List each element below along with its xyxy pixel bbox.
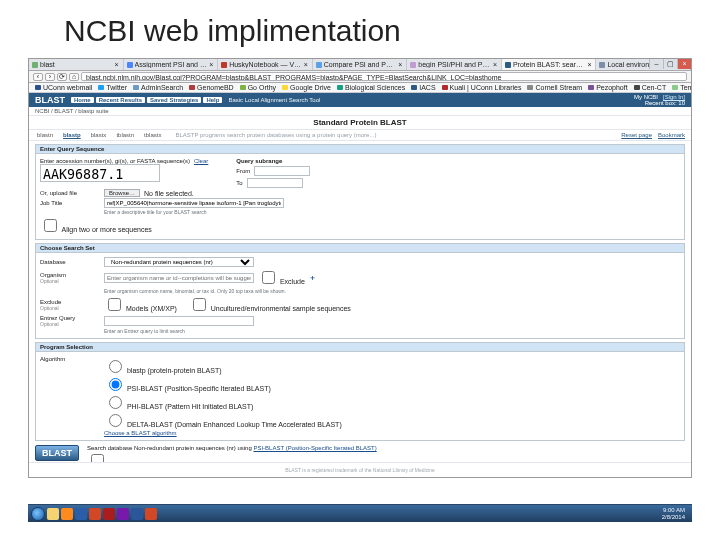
bookmark-item[interactable]: Biological Sciences	[337, 85, 405, 90]
program-tab-blastx[interactable]: blastx	[89, 132, 109, 138]
favicon-icon	[221, 62, 227, 68]
bookmark-item[interactable]: Twitter	[98, 85, 127, 90]
ncbi-nav-item[interactable]: Home	[71, 97, 94, 103]
favicon-icon	[337, 85, 343, 90]
taskbar-app-explorer[interactable]	[47, 508, 59, 520]
ncbi-blast-logo[interactable]: BLAST	[35, 95, 65, 105]
tab-close-icon[interactable]: ×	[209, 61, 214, 68]
bookmark-item[interactable]: Google Drive	[282, 85, 331, 90]
bookmark-item[interactable]: Cen-CT	[634, 85, 667, 90]
browser-window: – ▢ × blast×Assignment PSI and PHI…×Husk…	[28, 58, 692, 478]
ncbi-nav-item[interactable]: Recent Results	[96, 97, 145, 103]
browser-tab[interactable]: Assignment PSI and PHI…×	[124, 59, 219, 70]
favicon-icon	[32, 62, 38, 68]
taskbar-app-outlook[interactable]	[75, 508, 87, 520]
ncbi-nav-item[interactable]: Saved Strategies	[147, 97, 201, 103]
bookmark-link[interactable]: Bookmark	[658, 132, 685, 138]
tab-close-icon[interactable]: ×	[304, 61, 309, 68]
program-tab-tblastn[interactable]: tblastn	[114, 132, 136, 138]
algorithm-label: Algorithm	[40, 356, 100, 362]
favicon-icon	[240, 85, 246, 90]
browser-tab[interactable]: HuskyNotebook — View topic: bisca…×	[218, 59, 313, 70]
ncbi-nav-strip: HomeRecent ResultsSaved StrategiesHelp	[71, 97, 222, 103]
window-maximize[interactable]: ▢	[663, 59, 677, 69]
tab-close-icon[interactable]: ×	[493, 61, 498, 68]
tab-close-icon[interactable]: ×	[115, 61, 120, 68]
favicon-icon	[505, 62, 511, 68]
favicon-icon	[133, 85, 139, 90]
bookmark-item[interactable]: AdminSearch	[133, 85, 183, 90]
page-title: Standard Protein BLAST	[29, 116, 691, 130]
bookmark-item[interactable]: Kuali | UConn Libraries	[442, 85, 522, 90]
bookmark-bar: UConn webmailTwitterAdminSearchGenomeBDG…	[29, 83, 691, 93]
bookmark-item[interactable]: Tentome	[672, 85, 691, 90]
bookmark-item[interactable]: Cornell Stream	[527, 85, 582, 90]
algorithm-option-psi[interactable]: PSI-BLAST (Position-Specific Iterated BL…	[104, 375, 342, 392]
exclude-uncultured-checkbox[interactable]: Uncultured/environmental sample sequence…	[189, 295, 351, 314]
taskbar-app-onenote[interactable]	[117, 508, 129, 520]
bookmark-item[interactable]: IACS	[411, 85, 435, 90]
entrez-note: Enter an Entrez query to limit search	[104, 328, 185, 334]
subrange-from-input[interactable]	[254, 166, 310, 176]
start-button[interactable]	[31, 507, 45, 521]
program-tab-blastn[interactable]: blastn	[35, 132, 55, 138]
ncbi-tagline: Basic Local Alignment Search Tool	[228, 97, 320, 103]
breadcrumb: NCBI / BLAST / blastp suite	[29, 107, 691, 116]
reset-page-link[interactable]: Reset page	[621, 132, 652, 138]
account-area: My NCBI [Sign In] Recent box: 10	[634, 94, 685, 106]
nav-back[interactable]: ‹	[33, 73, 43, 81]
browser-tab[interactable]: Protein BLAST: search protein databa…×	[502, 59, 597, 70]
bookmark-item[interactable]: Go Orthy	[240, 85, 276, 90]
favicon-icon	[411, 85, 417, 90]
nav-forward[interactable]: ›	[45, 73, 55, 81]
organism-input[interactable]	[104, 273, 254, 283]
taskbar-app-powerpoint2[interactable]	[145, 508, 157, 520]
window-close[interactable]: ×	[677, 59, 691, 69]
align-two-checkbox[interactable]: Align two or more sequences	[40, 216, 152, 235]
database-label: Database	[40, 259, 100, 265]
nav-home[interactable]: ⌂	[69, 73, 79, 81]
taskbar-app-mendeley[interactable]	[103, 508, 115, 520]
program-tab-blastp[interactable]: blastp	[61, 132, 83, 138]
favicon-icon	[672, 85, 678, 90]
browser-tab[interactable]: Compare PSI and PHI BLAST t…×	[313, 59, 408, 70]
database-select[interactable]: Non-redundant protein sequences (nr)	[104, 257, 254, 267]
favicon-icon	[35, 85, 41, 90]
algorithm-option-phi[interactable]: PHI-BLAST (Pattern Hit Initiated BLAST)	[104, 393, 342, 410]
bookmark-item[interactable]: UConn webmail	[35, 85, 92, 90]
browser-tab[interactable]: begin PSI/PHI and PSI-BLAST scann…×	[407, 59, 502, 70]
blast-submit-button[interactable]: BLAST	[35, 445, 79, 461]
bookmark-item[interactable]: GenomeBD	[189, 85, 234, 90]
browser-tab[interactable]: blast×	[29, 59, 124, 70]
clear-link[interactable]: Clear	[194, 158, 208, 164]
blast-desc-link[interactable]: PSI-BLAST (Position-Specific Iterated BL…	[253, 445, 376, 451]
tab-close-icon[interactable]: ×	[398, 61, 403, 68]
entrez-input[interactable]	[104, 316, 254, 326]
program-tab-tblastx[interactable]: tblastx	[142, 132, 163, 138]
taskbar-app-firefox[interactable]	[61, 508, 73, 520]
algorithm-option-blastp[interactable]: blastp (protein-protein BLAST)	[104, 357, 342, 374]
jobtitle-input[interactable]	[104, 198, 284, 208]
taskbar-clock[interactable]: 9:00 AM2/8/2014	[658, 507, 689, 521]
upload-browse-button[interactable]: Browse…	[104, 189, 140, 197]
favicon-icon	[410, 62, 416, 68]
choose-algorithm-link[interactable]: Choose a BLAST algorithm	[104, 430, 177, 436]
add-organism-icon[interactable]: ＋	[309, 273, 316, 283]
exclude-models-checkbox[interactable]: Models (XM/XP)	[104, 295, 177, 314]
favicon-icon	[527, 85, 533, 90]
nav-reload[interactable]: ⟳	[57, 73, 67, 81]
taskbar-app-powerpoint[interactable]	[89, 508, 101, 520]
taskbar-app-word[interactable]	[131, 508, 143, 520]
query-sequence-textarea[interactable]: AAK96887.1	[40, 164, 160, 182]
tab-label: Compare PSI and PHI BLAST t…	[324, 61, 397, 68]
window-minimize[interactable]: –	[649, 59, 663, 69]
favicon-icon	[442, 85, 448, 90]
bookmark-item[interactable]: Pezophoft	[588, 85, 628, 90]
url-bar[interactable]: blast.ncbi.nlm.nih.gov/Blast.cgi?PROGRAM…	[81, 72, 687, 81]
algorithm-option-delta[interactable]: DELTA-BLAST (Domain Enhanced Lookup Time…	[104, 411, 342, 428]
favicon-icon	[634, 85, 640, 90]
subrange-to-input[interactable]	[247, 178, 303, 188]
tab-close-icon[interactable]: ×	[587, 61, 592, 68]
ncbi-nav-item[interactable]: Help	[203, 97, 222, 103]
organism-exclude-checkbox[interactable]: Exclude	[258, 268, 305, 287]
